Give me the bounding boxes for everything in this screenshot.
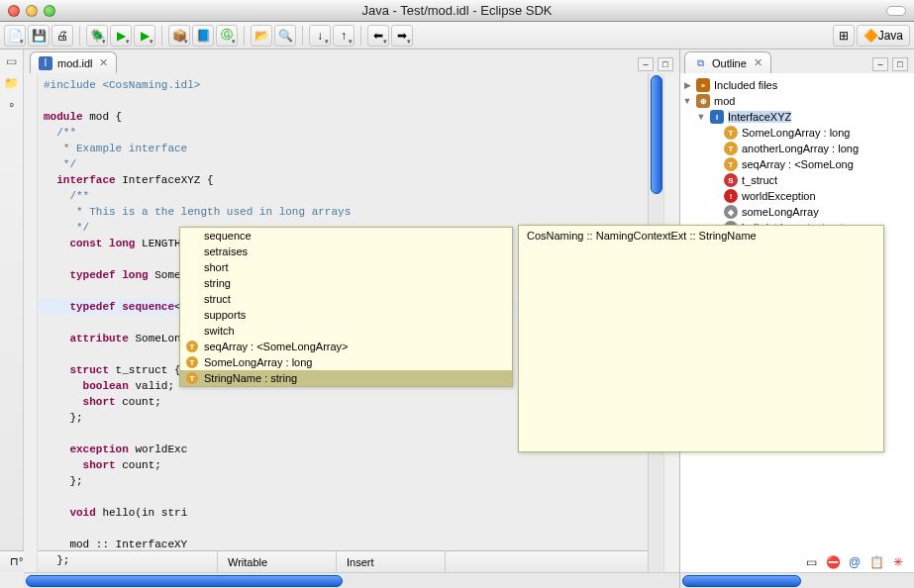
autocomplete-item[interactable]: supports	[180, 307, 512, 323]
rail-package-explorer-icon[interactable]: 📁	[4, 75, 20, 91]
autocomplete-item[interactable]: string	[180, 275, 512, 291]
debug-button[interactable]: 🪲▾	[86, 25, 108, 47]
outline-node[interactable]: St_struct	[682, 172, 912, 188]
code-line[interactable]: * This is a the length used in long arra…	[44, 204, 642, 220]
code-line[interactable]: #include <CosNaming.idl>	[44, 77, 642, 93]
outline-node[interactable]: ▼⊕mod	[682, 93, 912, 109]
nav-forward-button[interactable]: ➡▾	[391, 25, 413, 47]
code-line[interactable]	[44, 93, 642, 109]
content-assist-popup[interactable]: sequencesetraisesshortstringstructsuppor…	[179, 227, 513, 387]
autocomplete-item[interactable]: switch	[180, 323, 512, 339]
S-icon: S	[724, 173, 738, 187]
status-problems-icon[interactable]: ⛔	[825, 554, 841, 570]
close-tab-icon[interactable]: ✕	[99, 56, 108, 69]
perspective-label: Java	[878, 29, 903, 43]
autocomplete-item[interactable]: struct	[180, 291, 512, 307]
mod-icon: ⊕	[696, 94, 710, 108]
outline-node-label: t_struct	[742, 174, 777, 186]
open-perspective-button[interactable]: ⊞	[833, 25, 855, 47]
code-line[interactable]: /**	[44, 188, 642, 204]
run-last-button[interactable]: ▶▾	[134, 25, 155, 47]
editor-left-ruler[interactable]	[24, 73, 38, 572]
new-package-button[interactable]: 📦▾	[168, 25, 190, 47]
autocomplete-item-label: sequence	[204, 230, 252, 242]
new-button[interactable]: 📄▾	[4, 25, 26, 47]
search-button[interactable]: 🔍	[274, 25, 296, 47]
status-restore-icon[interactable]: ▭	[803, 554, 819, 570]
perspective-switcher: ⊞ 🔶 Java	[833, 25, 910, 47]
outline-node-label: worldException	[742, 190, 816, 202]
autocomplete-item[interactable]: TseqArray : <SomeLongArray>	[180, 339, 512, 354]
editor-tab-label: mod.idl	[57, 57, 92, 69]
new-type-button[interactable]: 📘	[192, 25, 214, 47]
autocomplete-item[interactable]: TStringName : string	[180, 370, 512, 386]
code-line[interactable]: };	[44, 552, 642, 568]
code-line[interactable]: void hello(in stri	[44, 505, 642, 521]
editor-horizontal-scrollbar[interactable]	[24, 572, 679, 588]
nav-back-button[interactable]: ⬅▾	[367, 25, 389, 47]
disclosure-triangle-icon[interactable]: ▶	[682, 80, 692, 90]
T-icon: T	[724, 157, 738, 171]
main-toolbar: 📄▾ 💾 🖨 🪲▾ ▶▾ ▶▾ 📦▾ 📘 Ⓖ▾ 📂 🔍 ↓▾ ↑▾ ⬅▾ ➡▾ …	[0, 22, 914, 49]
code-line[interactable]: short count;	[44, 457, 642, 473]
run-button[interactable]: ▶▾	[110, 25, 132, 47]
window-titlebar: Java - Test/mod.idl - Eclipse SDK	[0, 0, 914, 22]
autocomplete-item-label: short	[204, 261, 228, 273]
outline-node[interactable]: TSomeLongArray : long	[682, 125, 912, 141]
outline-icon: ⧉	[693, 56, 707, 70]
code-line[interactable]: module mod {	[44, 109, 642, 125]
outline-node[interactable]: TseqArray : <SomeLong	[682, 156, 912, 172]
outline-node-label: Included files	[714, 79, 777, 91]
outline-node[interactable]: !worldException	[682, 188, 912, 204]
code-line[interactable]: mod :: InterfaceXY	[44, 537, 642, 552]
maximize-editor-icon[interactable]: □	[658, 57, 673, 71]
outline-node[interactable]: TanotherLongArray : long	[682, 141, 912, 156]
minimize-outline-icon[interactable]: –	[872, 57, 888, 71]
minimize-editor-icon[interactable]: –	[638, 57, 654, 71]
code-line[interactable]: };	[44, 473, 642, 489]
outline-tab-label: Outline	[712, 57, 747, 69]
outline-tab[interactable]: ⧉ Outline ✕	[684, 51, 771, 73]
code-line[interactable]	[44, 521, 642, 537]
status-progress-icon[interactable]: ✳	[890, 554, 906, 570]
save-button[interactable]: 💾	[28, 25, 50, 47]
disclosure-triangle-icon[interactable]: ▼	[682, 96, 692, 106]
outline-node[interactable]: ▼IInterfaceXYZ	[682, 109, 912, 125]
disclosure-triangle-icon[interactable]: ▼	[696, 112, 706, 122]
editor-tab-mod-idl[interactable]: I mod.idl ✕	[30, 51, 117, 73]
open-type-button[interactable]: 📂	[251, 25, 272, 47]
toolbar-separator	[161, 26, 162, 46]
annotation-next-button[interactable]: ↑▾	[333, 25, 355, 47]
outline-node[interactable]: ▶»Included files	[682, 77, 912, 93]
outline-node-label: seqArray : <SomeLong	[742, 158, 854, 170]
perspective-java[interactable]: 🔶 Java	[857, 25, 910, 47]
autocomplete-item[interactable]: setraises	[180, 244, 512, 259]
exc-icon: !	[724, 189, 738, 203]
autocomplete-item[interactable]: TSomeLongArray : long	[180, 354, 512, 370]
outline-horizontal-scrollbar[interactable]	[680, 572, 914, 588]
code-line[interactable]: */	[44, 156, 642, 172]
toolbar-separator	[360, 26, 361, 46]
autocomplete-item-label: switch	[204, 325, 235, 337]
print-button[interactable]: 🖨	[51, 25, 73, 47]
doc-popup-text: CosNaming :: NamingContextExt :: StringN…	[527, 230, 757, 242]
autocomplete-item[interactable]: short	[180, 259, 512, 275]
autocomplete-item[interactable]: sequence	[180, 228, 512, 244]
autocomplete-item-label: struct	[204, 293, 231, 305]
titlebar-pill[interactable]	[886, 6, 906, 16]
code-line[interactable]: * Example interface	[44, 141, 642, 156]
outline-node[interactable]: ◆someLongArray	[682, 204, 912, 220]
code-line[interactable]	[44, 489, 642, 505]
status-declaration-icon[interactable]: 📋	[868, 554, 884, 570]
status-javadoc-icon[interactable]: @	[847, 554, 863, 570]
annotation-prev-button[interactable]: ↓▾	[309, 25, 331, 47]
rail-hierarchy-icon[interactable]: ∘	[4, 97, 20, 113]
T-icon: T	[724, 126, 738, 140]
maximize-outline-icon[interactable]: □	[892, 57, 908, 71]
type-icon: T	[186, 356, 198, 368]
new-class-button[interactable]: Ⓖ▾	[216, 25, 238, 47]
rail-restore-icon[interactable]: ▭	[4, 53, 20, 69]
code-line[interactable]: interface InterfaceXYZ {	[44, 172, 642, 188]
close-outline-icon[interactable]: ✕	[754, 56, 762, 69]
code-line[interactable]: /**	[44, 125, 642, 141]
